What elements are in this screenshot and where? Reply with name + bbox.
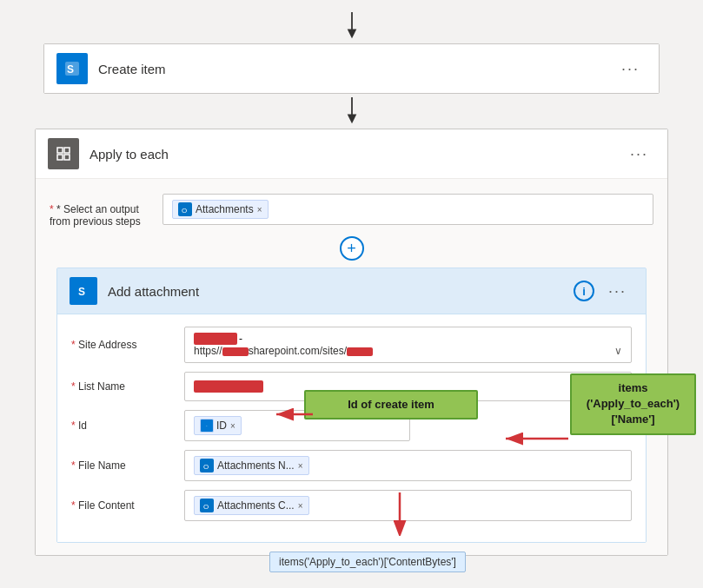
file-content-token-label: Attachments C... xyxy=(217,499,295,512)
file-content-row: * File Content O Attachments C... × xyxy=(71,490,632,521)
attachments-token-close[interactable]: × xyxy=(257,205,262,215)
id-sp-token[interactable]: S ID × xyxy=(194,416,242,435)
create-item-header: S Create item ··· xyxy=(44,44,659,93)
select-output-label: * * Select an output from previous steps xyxy=(50,191,162,228)
annotation-callout-2: items ('Apply_to_each') ['Name'] xyxy=(570,373,696,435)
id-token-close[interactable]: × xyxy=(230,421,235,431)
create-item-menu[interactable]: ··· xyxy=(614,56,647,82)
site-address-label: * Site Address xyxy=(71,339,184,351)
file-name-token[interactable]: O Attachments N... × xyxy=(194,456,309,475)
add-attachment-menu[interactable]: ··· xyxy=(601,279,633,304)
outlook-icon-filecontent: O xyxy=(200,499,214,512)
svg-text:O: O xyxy=(203,503,209,510)
svg-rect-9 xyxy=(64,155,70,160)
middle-arrow xyxy=(17,97,686,125)
svg-text:O: O xyxy=(203,463,209,470)
outlook-icon-filename: O xyxy=(200,459,214,472)
svg-text:S: S xyxy=(67,63,74,76)
site-address-chevron: ∨ xyxy=(614,345,622,357)
file-content-tooltip: items('Apply_to_each')['ContentBytes'] xyxy=(269,552,466,572)
sp-icon-id: S xyxy=(200,419,214,433)
create-item-card: S Create item ··· xyxy=(43,43,660,94)
svg-marker-1 xyxy=(347,30,356,39)
svg-rect-8 xyxy=(57,155,63,160)
plus-container: + xyxy=(50,236,653,261)
id-token-label: ID xyxy=(216,420,227,432)
apply-to-each-title: Apply to each xyxy=(90,147,623,162)
top-arrow xyxy=(17,12,686,40)
apply-to-each-card: Apply to each ··· * * Select an output f… xyxy=(35,129,668,556)
site-address-row: * Site Address - https//sharepoint.com/s… xyxy=(71,327,632,363)
required-star: * xyxy=(50,203,56,215)
file-content-label: * File Content xyxy=(71,499,184,512)
list-name-label: * List Name xyxy=(71,380,184,393)
svg-marker-5 xyxy=(347,115,356,124)
callout2-line1: items xyxy=(619,381,648,394)
file-name-token-close[interactable]: × xyxy=(298,461,303,471)
sharepoint-icon: S xyxy=(56,53,88,84)
add-attach-sp-icon: S xyxy=(70,277,97,305)
id-label: * Id xyxy=(71,420,184,432)
apply-to-each-body: * * Select an output from previous steps… xyxy=(36,179,667,555)
arrow-callout2 xyxy=(499,426,568,452)
attachments-field[interactable]: O Attachments × xyxy=(162,194,653,225)
svg-text:O: O xyxy=(182,207,187,214)
site-address-value[interactable]: - https//sharepoint.com/sites/ ∨ xyxy=(184,327,632,363)
apply-to-each-menu[interactable]: ··· xyxy=(623,142,655,167)
select-output-row: * * Select an output from previous steps… xyxy=(50,191,653,228)
arrow-callout1 xyxy=(269,401,313,427)
attachments-token[interactable]: O Attachments × xyxy=(172,200,269,219)
add-attachment-header: S Add attachment i ··· xyxy=(57,268,646,314)
file-name-token-label: Attachments N... xyxy=(217,459,295,472)
svg-text:S: S xyxy=(206,426,207,426)
callout2-line3: ['Name'] xyxy=(611,413,654,426)
apply-to-each-header: Apply to each ··· xyxy=(36,129,667,179)
file-content-token[interactable]: O Attachments C... × xyxy=(194,496,309,515)
add-action-button[interactable]: + xyxy=(340,236,364,261)
apply-each-icon xyxy=(48,138,79,169)
file-content-token-close[interactable]: × xyxy=(298,501,303,511)
create-item-title: Create item xyxy=(98,62,614,76)
callout2-line2: ('Apply_to_each') xyxy=(587,397,680,410)
arrow-file-content xyxy=(387,492,413,536)
info-icon[interactable]: i xyxy=(574,281,594,301)
svg-rect-6 xyxy=(57,148,63,153)
add-attachment-title: Add attachment xyxy=(108,284,574,299)
svg-rect-7 xyxy=(64,148,70,153)
canvas: S Create item ··· Apply to each xyxy=(0,0,703,588)
file-name-row: * File Name O Attachments N... × xyxy=(71,450,632,481)
file-name-value[interactable]: O Attachments N... × xyxy=(184,450,632,481)
file-name-label: * File Name xyxy=(71,459,184,472)
outlook-icon-token: O xyxy=(178,202,192,216)
annotation-callout-1: Id of create item xyxy=(304,390,478,420)
svg-text:S: S xyxy=(78,286,85,298)
